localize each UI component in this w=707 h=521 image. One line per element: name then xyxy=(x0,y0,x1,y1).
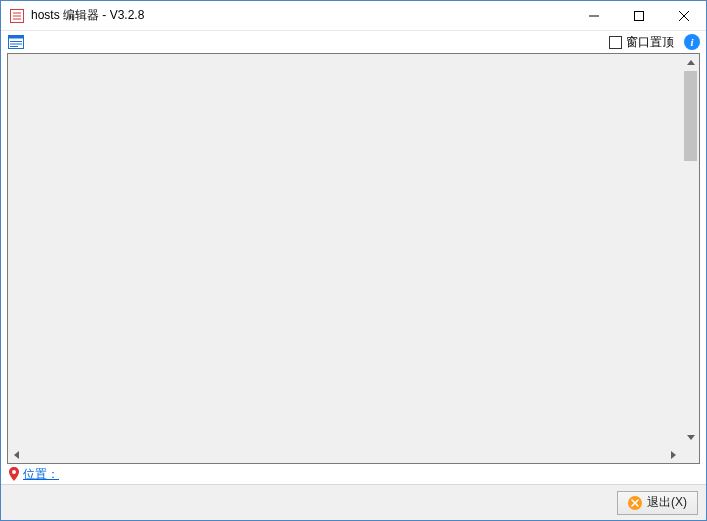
svg-rect-9 xyxy=(9,36,24,39)
minimize-button[interactable] xyxy=(571,1,616,30)
app-icon xyxy=(9,8,25,24)
svg-marker-16 xyxy=(671,451,676,459)
info-icon[interactable]: i xyxy=(684,34,700,50)
svg-marker-15 xyxy=(14,451,19,459)
app-window: hosts 编辑器 - V3.2.8 xyxy=(0,0,707,521)
path-label-text: 位置： xyxy=(23,467,59,481)
window-title: hosts 编辑器 - V3.2.8 xyxy=(31,7,571,24)
vertical-scrollbar[interactable] xyxy=(682,54,699,446)
view-mode-icon[interactable] xyxy=(7,33,25,51)
scroll-up-arrow-icon[interactable] xyxy=(682,54,699,71)
scroll-right-arrow-icon[interactable] xyxy=(665,446,682,463)
titlebar[interactable]: hosts 编辑器 - V3.2.8 xyxy=(1,1,706,31)
svg-point-17 xyxy=(12,470,16,474)
maximize-button[interactable] xyxy=(616,1,661,30)
close-button[interactable] xyxy=(661,1,706,30)
location-pin-icon xyxy=(7,467,21,481)
checkbox-box xyxy=(609,36,622,49)
toolbar: 窗口置顶 i xyxy=(1,31,706,53)
svg-rect-5 xyxy=(634,11,643,20)
scroll-left-arrow-icon[interactable] xyxy=(8,446,25,463)
svg-marker-14 xyxy=(687,435,695,440)
hosts-editor[interactable] xyxy=(7,53,700,464)
path-link[interactable]: 位置： xyxy=(23,466,59,483)
always-on-top-label: 窗口置顶 xyxy=(626,34,674,51)
bottom-bar: 退出(X) xyxy=(1,484,706,520)
statusbar: 位置： xyxy=(1,464,706,484)
scrollbar-thumb[interactable] xyxy=(684,71,697,161)
exit-icon xyxy=(628,496,642,510)
horizontal-scrollbar[interactable] xyxy=(8,446,682,463)
exit-button[interactable]: 退出(X) xyxy=(617,491,698,515)
editor-container xyxy=(1,53,706,464)
always-on-top-checkbox[interactable]: 窗口置顶 xyxy=(609,34,674,51)
window-controls xyxy=(571,1,706,30)
scrollbar-corner xyxy=(682,446,699,463)
scroll-down-arrow-icon[interactable] xyxy=(682,429,699,446)
exit-button-label: 退出(X) xyxy=(647,494,687,511)
svg-marker-13 xyxy=(687,60,695,65)
